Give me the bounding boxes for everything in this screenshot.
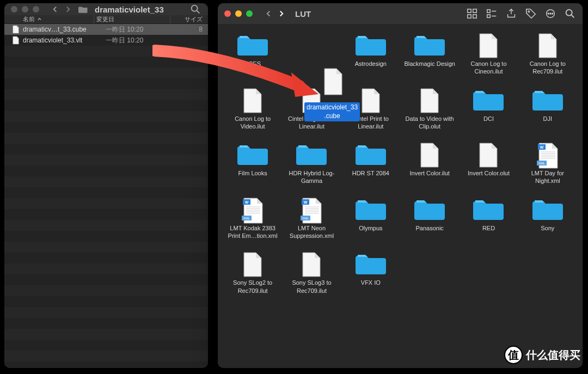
grid-item[interactable]: Canon Log to Rec709.ilut [518,33,577,76]
folder-icon [473,197,504,221]
grid-item[interactable]: ACES [223,33,282,76]
folder-icon [532,197,563,221]
item-label: Sony [541,224,554,232]
grid-item[interactable]: Panasonic [400,197,459,240]
file-icon [356,88,386,112]
item-label: Sony SLog3 to Rec709.ilut [284,279,339,295]
item-label: LMT Day for Night.xml [520,169,575,185]
grid-item[interactable]: Blackmagic Design [400,33,459,76]
minimize-button[interactable] [235,10,242,17]
grid-item[interactable]: Invert Color.ilut [400,142,459,185]
share-icon[interactable] [505,8,517,20]
file-size: 8 [180,26,208,33]
close-button[interactable] [11,6,17,13]
grid-item[interactable]: Sony SLog2 to Rec709.ilut [223,252,282,295]
forward-button[interactable] [275,8,287,20]
nav-arrows [262,8,287,20]
item-label: Film Looks [238,169,267,177]
item-label: Invert Color.ilut [409,169,449,177]
svg-rect-5 [473,15,476,18]
grid-item[interactable]: Canon Log to Cineon.ilut [459,33,518,76]
file-icon [532,33,563,57]
svg-rect-4 [468,15,471,18]
svg-line-1 [197,11,200,14]
titlebar: LUT [218,3,583,24]
grid-item[interactable]: DCI [459,88,518,131]
item-label: ACES [244,60,261,68]
grid-item[interactable]: DJI [518,88,577,131]
grid-item[interactable]: HDR ST 2084 [341,142,400,185]
svg-rect-6 [487,10,491,13]
folder-icon [414,197,445,221]
grid-item[interactable]: Invert Color.olut [459,142,518,185]
svg-text:W: W [245,200,249,204]
svg-point-14 [552,13,553,14]
grid-item[interactable]: WXMLLMT Kodak 2383 Print Em…tion.xml [223,197,282,240]
more-icon[interactable] [544,8,556,20]
svg-text:W: W [540,145,544,149]
file-icon [414,88,445,112]
watermark-badge: 值 [504,346,523,364]
folder-icon [237,142,268,166]
col-name[interactable]: 名前 [23,15,94,23]
grid-item[interactable]: Sony SLog3 to Rec709.ilut [282,252,341,295]
sort-asc-icon [37,17,42,22]
col-size[interactable]: サイズ [170,15,208,23]
view-icons-button[interactable] [466,8,478,20]
grid-item[interactable]: Film Looks [223,142,282,185]
dragged-file-icon [322,68,344,96]
item-label: Sony SLog2 to Rec709.ilut [225,279,280,295]
search-icon[interactable] [564,8,576,20]
minimize-button[interactable] [22,6,28,13]
grid-item[interactable]: Astrodesign [341,33,400,76]
fullscreen-button[interactable] [33,6,39,13]
item-label: Panasonic [415,224,443,232]
folder-icon [356,33,386,57]
folder-icon [356,252,386,275]
grid-item[interactable]: Olympus [341,197,400,240]
svg-point-15 [566,10,572,16]
close-button[interactable] [224,10,231,17]
folder-icon [356,142,386,166]
back-button[interactable] [262,8,274,20]
grid-item[interactable]: RED [459,197,518,240]
grid-item[interactable]: Sony [518,197,577,240]
grid-item[interactable]: VFX IO [341,252,400,295]
svg-text:XML: XML [302,217,309,220]
col-modified[interactable]: 変更日 [94,15,170,23]
file-modified: 一昨日 10:20 [103,36,180,45]
folder-icon [414,33,445,57]
fullscreen-button[interactable] [246,10,253,17]
file-icon: WXML [296,197,327,221]
forward-button[interactable] [62,3,74,15]
grid-item[interactable]: Data to Video with Clip.olut [400,88,459,131]
icon-grid[interactable]: ACESAstrodesignBlackmagic DesignCanon Lo… [218,24,583,368]
group-button[interactable] [486,8,498,20]
item-label: RED [482,224,495,232]
item-label: LMT Neon Suppression.xml [284,224,339,240]
watermark-text: 什么值得买 [526,348,580,363]
grid-item[interactable]: WXMLLMT Day for Night.xml [518,142,577,185]
grid-item[interactable]: WXMLLMT Neon Suppression.xml [282,197,341,240]
back-button[interactable] [49,3,61,15]
table-row[interactable]: dramaticv…t_33.cube一昨日 10:208 [4,24,208,35]
search-icon[interactable] [189,3,201,15]
file-icon [237,88,268,112]
grid-item[interactable]: Canon Log to Video.ilut [223,88,282,131]
titlebar: dramaticviolet_33 [4,3,208,15]
traffic-lights [11,6,39,13]
file-name: dramaticviolet_33.vlt [23,36,103,44]
table-row[interactable]: dramaticviolet_33.vlt一昨日 10:20 [4,35,208,46]
svg-point-0 [192,5,198,11]
file-list: dramaticv…t_33.cube一昨日 10:208dramaticvio… [4,24,208,368]
tag-icon[interactable] [525,8,537,20]
item-label: HDR Hybrid Log-Gamma [284,169,339,185]
item-label: Data to Video with Clip.olut [402,115,457,131]
folder-icon [78,5,88,13]
svg-point-12 [548,13,549,14]
item-label: Canon Log to Rec709.ilut [520,60,575,76]
grid-item[interactable]: HDR Hybrid Log-Gamma [282,142,341,185]
watermark: 值 什么值得买 [504,346,580,364]
file-icon [473,142,504,166]
folder-icon [237,33,268,57]
